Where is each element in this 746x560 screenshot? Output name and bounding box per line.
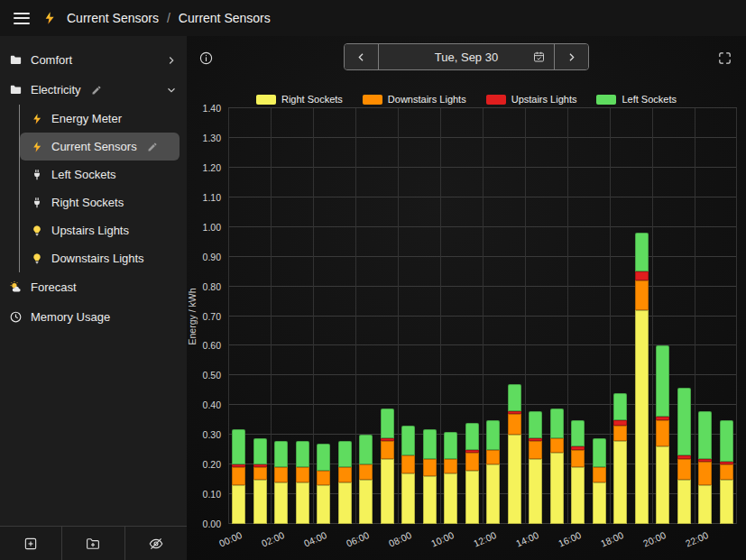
bar-left-sockets-05:00[interactable] [338, 441, 352, 468]
bar-right-sockets-02:00[interactable] [274, 482, 288, 524]
bar-upstairs-lights-16:00[interactable] [571, 446, 585, 449]
bar-downstairs-lights-17:00[interactable] [593, 467, 606, 482]
sidebar-item-downstairs-lights[interactable]: Downstairs Lights [20, 244, 180, 272]
legend-item-downstairs-lights[interactable]: Downstairs Lights [363, 94, 466, 105]
sidebar-item-comfort[interactable]: Comfort [0, 45, 187, 75]
bar-left-sockets-22:00[interactable] [698, 411, 712, 459]
bar-right-sockets-11:00[interactable] [465, 471, 479, 524]
bar-right-sockets-01:00[interactable] [253, 480, 267, 524]
bar-upstairs-lights-22:00[interactable] [698, 459, 712, 462]
bar-downstairs-lights-18:00[interactable] [613, 426, 627, 440]
bar-downstairs-lights-23:00[interactable] [720, 464, 733, 479]
plot-area[interactable]: Energy / kWh 0.000.100.200.300.400.500.6… [228, 108, 737, 524]
bar-downstairs-lights-00:00[interactable] [232, 467, 245, 485]
bar-downstairs-lights-05:00[interactable] [338, 467, 352, 482]
bar-downstairs-lights-02:00[interactable] [274, 467, 288, 482]
bar-downstairs-lights-22:00[interactable] [698, 462, 712, 485]
bar-left-sockets-18:00[interactable] [613, 393, 627, 420]
bar-left-sockets-06:00[interactable] [359, 435, 373, 464]
sidebar-item-right-sockets[interactable]: Right Sockets [20, 188, 180, 216]
bar-downstairs-lights-20:00[interactable] [656, 420, 669, 447]
bar-downstairs-lights-12:00[interactable] [486, 450, 500, 464]
prev-day-button[interactable] [345, 44, 379, 69]
hide-items-button[interactable] [125, 527, 187, 560]
bar-left-sockets-03:00[interactable] [296, 441, 309, 468]
add-group-button[interactable] [62, 527, 124, 560]
legend-item-right-sockets[interactable]: Right Sockets [256, 94, 343, 105]
bar-left-sockets-02:00[interactable] [274, 441, 288, 468]
bar-right-sockets-22:00[interactable] [698, 485, 712, 524]
next-day-button[interactable] [554, 44, 588, 69]
bar-downstairs-lights-07:00[interactable] [381, 441, 394, 459]
bar-left-sockets-01:00[interactable] [253, 438, 267, 465]
bar-downstairs-lights-03:00[interactable] [296, 467, 309, 482]
bar-right-sockets-08:00[interactable] [401, 473, 415, 524]
bar-left-sockets-00:00[interactable] [232, 429, 245, 465]
fullscreen-button[interactable] [714, 48, 735, 69]
bar-right-sockets-19:00[interactable] [635, 310, 649, 524]
bar-left-sockets-04:00[interactable] [317, 444, 330, 471]
bar-upstairs-lights-23:00[interactable] [720, 462, 733, 464]
bar-downstairs-lights-19:00[interactable] [635, 280, 649, 310]
legend-item-upstairs-lights[interactable]: Upstairs Lights [486, 94, 577, 105]
bar-left-sockets-14:00[interactable] [529, 411, 542, 438]
bar-right-sockets-05:00[interactable] [338, 482, 352, 524]
bar-downstairs-lights-01:00[interactable] [253, 467, 267, 479]
bar-upstairs-lights-14:00[interactable] [529, 438, 542, 441]
bar-downstairs-lights-21:00[interactable] [677, 459, 691, 480]
bar-downstairs-lights-15:00[interactable] [550, 438, 564, 453]
bar-left-sockets-16:00[interactable] [571, 420, 585, 447]
bar-right-sockets-18:00[interactable] [613, 441, 627, 524]
bar-right-sockets-12:00[interactable] [486, 464, 500, 524]
chevron-right-icon[interactable] [165, 54, 178, 67]
bar-downstairs-lights-16:00[interactable] [571, 450, 585, 468]
breadcrumb-current[interactable]: Current Sensors [179, 11, 271, 25]
bar-left-sockets-15:00[interactable] [550, 409, 564, 438]
sidebar-item-left-sockets[interactable]: Left Sockets [20, 161, 180, 188]
bar-upstairs-lights-07:00[interactable] [381, 438, 394, 441]
bar-left-sockets-10:00[interactable] [444, 432, 457, 459]
bar-upstairs-lights-19:00[interactable] [635, 271, 649, 280]
add-item-button[interactable] [0, 527, 62, 560]
bar-upstairs-lights-13:00[interactable] [508, 411, 521, 414]
bar-downstairs-lights-08:00[interactable] [401, 455, 415, 473]
sidebar-item-upstairs-lights[interactable]: Upstairs Lights [20, 216, 180, 244]
sidebar-item-energy-meter[interactable]: Energy Meter [20, 105, 180, 133]
hamburger-menu-button[interactable] [11, 10, 32, 27]
bar-left-sockets-20:00[interactable] [656, 345, 669, 417]
bar-downstairs-lights-11:00[interactable] [465, 453, 479, 471]
bar-right-sockets-10:00[interactable] [444, 473, 457, 524]
legend-item-left-sockets[interactable]: Left Sockets [596, 94, 677, 105]
bar-right-sockets-00:00[interactable] [232, 485, 245, 524]
bar-left-sockets-17:00[interactable] [593, 438, 606, 468]
bar-left-sockets-13:00[interactable] [508, 384, 521, 411]
bar-downstairs-lights-14:00[interactable] [529, 441, 542, 459]
bar-downstairs-lights-09:00[interactable] [423, 459, 437, 477]
sidebar-item-electricity[interactable]: Electricity [0, 75, 187, 105]
bar-upstairs-lights-11:00[interactable] [465, 450, 479, 453]
bar-right-sockets-15:00[interactable] [550, 453, 564, 524]
bar-left-sockets-07:00[interactable] [381, 409, 394, 438]
bar-left-sockets-09:00[interactable] [423, 429, 437, 459]
bar-right-sockets-03:00[interactable] [296, 482, 309, 524]
bar-upstairs-lights-18:00[interactable] [613, 420, 627, 427]
bar-downstairs-lights-13:00[interactable] [508, 414, 521, 435]
chevron-down-icon[interactable] [165, 84, 178, 96]
bar-right-sockets-04:00[interactable] [317, 485, 330, 524]
bar-right-sockets-17:00[interactable] [593, 482, 606, 524]
bar-upstairs-lights-20:00[interactable] [656, 417, 669, 419]
bar-right-sockets-23:00[interactable] [720, 480, 733, 524]
bar-downstairs-lights-10:00[interactable] [444, 459, 457, 473]
bar-left-sockets-21:00[interactable] [677, 388, 691, 456]
bar-right-sockets-07:00[interactable] [381, 459, 394, 524]
info-button[interactable] [196, 48, 216, 69]
bar-upstairs-lights-00:00[interactable] [232, 464, 245, 467]
bar-left-sockets-23:00[interactable] [720, 420, 733, 462]
bar-left-sockets-12:00[interactable] [486, 420, 500, 450]
bar-right-sockets-14:00[interactable] [529, 459, 542, 524]
bar-right-sockets-06:00[interactable] [359, 480, 373, 524]
bar-downstairs-lights-06:00[interactable] [359, 464, 373, 479]
bar-left-sockets-19:00[interactable] [635, 233, 649, 271]
bar-right-sockets-13:00[interactable] [508, 435, 521, 524]
date-picker-button[interactable]: Tue, Sep 30 [379, 44, 554, 69]
